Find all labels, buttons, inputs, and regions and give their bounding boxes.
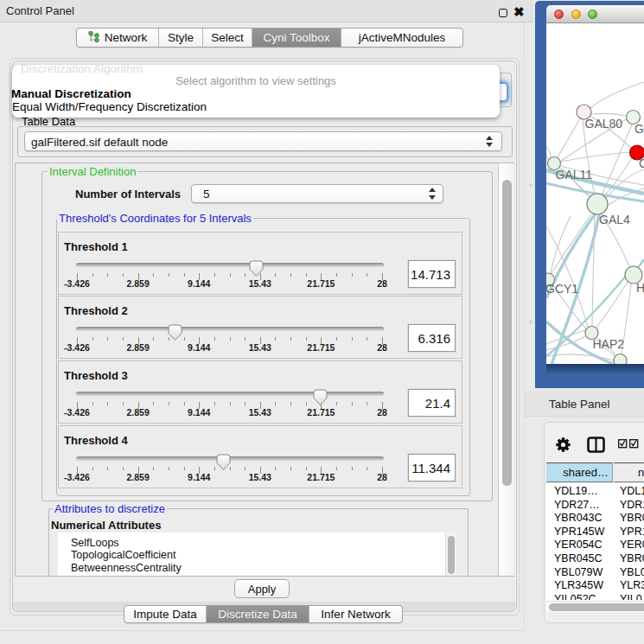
svg-text:C: C (639, 156, 644, 170)
svg-text:GCY1: GCY1 (546, 282, 578, 296)
svg-text:GAL80: GAL80 (585, 117, 623, 131)
svg-text:G.: G. (634, 122, 644, 136)
svg-text:H: H (636, 281, 644, 295)
svg-text:HAP2: HAP2 (593, 337, 625, 351)
svg-text:GAL11: GAL11 (556, 168, 593, 182)
svg-text:GAL4: GAL4 (599, 213, 630, 226)
